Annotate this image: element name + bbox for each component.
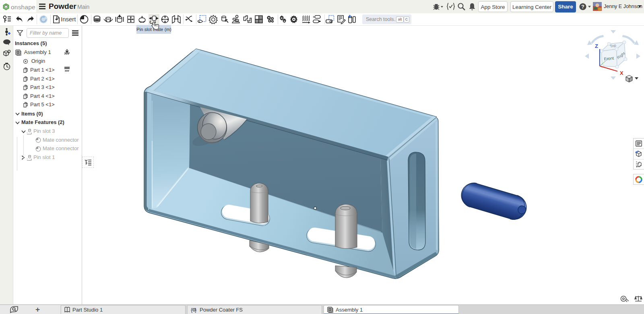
svg-text:}: } — [195, 307, 197, 313]
svg-text:X: X — [620, 70, 623, 76]
svg-text:?: ? — [581, 4, 584, 10]
svg-text:Front: Front — [604, 56, 614, 62]
svg-text:onshape: onshape — [11, 4, 35, 10]
svg-text:Z: Z — [595, 43, 598, 49]
